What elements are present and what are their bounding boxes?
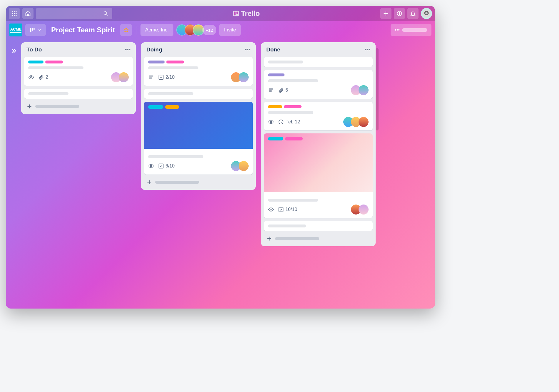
checklist-icon [278,207,284,212]
list-menu-button[interactable]: ••• [245,47,250,53]
list-title[interactable]: Done [266,46,280,53]
husky-avatar-icon [422,9,431,18]
scrollbar[interactable] [376,48,379,130]
member-avatar[interactable] [239,72,249,82]
member-avatar[interactable] [359,117,369,127]
member-avatar[interactable] [119,72,129,82]
card[interactable] [264,221,373,231]
card[interactable]: 2 [24,57,133,86]
svg-rect-7 [14,15,15,16]
label-pink[interactable] [45,61,63,63]
notifications-button[interactable] [407,8,419,19]
member-overflow[interactable]: +12 [202,25,216,35]
plus-icon [383,11,389,16]
svg-point-24 [270,121,272,123]
description-icon [268,87,274,93]
board-menu-button[interactable]: ••• [391,24,431,36]
member-list[interactable]: +12 [176,24,216,36]
svg-point-9 [104,11,107,14]
add-card-placeholder [275,237,319,240]
svg-rect-13 [236,12,238,14]
label-cyan[interactable] [28,61,43,63]
label-purple[interactable] [268,73,284,76]
card[interactable]: 2/10 [144,57,253,86]
svg-rect-6 [12,15,13,16]
label-pink[interactable] [284,105,302,108]
svg-rect-12 [234,12,236,16]
label-pink[interactable] [285,137,303,140]
eye-icon [28,74,34,80]
invite-label: Invite [224,27,236,33]
ellipsis-icon: ••• [395,27,400,33]
board-view-switcher[interactable] [25,24,46,36]
member-avatar[interactable] [359,85,369,95]
svg-rect-21 [159,75,163,80]
card-cover [144,102,253,149]
expand-sidebar-button[interactable] [10,48,17,54]
label-yellow[interactable] [268,105,282,108]
divider [136,26,136,34]
card-with-cover[interactable]: 6/10 [144,102,253,175]
card[interactable]: 6 [264,70,373,99]
label-pink[interactable] [166,61,184,63]
card[interactable] [24,89,133,99]
svg-rect-19 [34,28,34,30]
info-button[interactable] [394,8,405,19]
star-button[interactable] [120,24,132,36]
eye-icon [148,163,154,169]
add-card-button[interactable] [264,234,373,243]
checklist-icon [158,163,164,169]
top-bar: Trello [6,6,435,21]
card-title-placeholder [268,199,318,202]
card[interactable] [264,57,373,67]
card[interactable] [144,89,253,99]
add-card-button[interactable] [144,177,253,187]
member-avatar[interactable] [359,205,369,215]
list-menu-button[interactable]: ••• [125,47,130,53]
card-labels [28,61,129,63]
search-input[interactable] [36,8,112,19]
eye-icon [268,119,274,125]
workspace-name: Acme, Inc. [145,27,169,33]
list-menu-button[interactable]: ••• [365,47,370,53]
workspace-logo-text: ACME [10,27,21,32]
board-title[interactable]: Project Team Spirit [49,26,117,34]
invite-button[interactable]: Invite [219,24,241,36]
board-content: To Do ••• [6,39,435,309]
label-yellow[interactable] [165,105,179,109]
description-icon [148,74,154,80]
svg-point-20 [31,77,32,78]
list-title[interactable]: To Do [26,46,42,53]
list-title[interactable]: Doing [146,46,162,53]
card-title-placeholder [268,111,313,114]
create-button[interactable] [380,8,391,19]
card-title-placeholder [28,66,83,69]
user-avatar[interactable] [421,8,432,19]
plus-icon [266,236,272,242]
add-card-button[interactable] [24,102,133,111]
home-button[interactable] [22,8,34,19]
trello-icon [233,10,239,17]
label-cyan[interactable] [148,105,163,109]
member-avatar[interactable] [239,161,249,171]
sidebar-collapsed [6,39,21,309]
card-members [231,72,249,82]
card[interactable]: Feb 12 [264,102,373,130]
card-title-placeholder [268,79,318,82]
brand-logo: Trello [115,9,378,18]
card-members [111,72,129,82]
ellipsis-icon: ••• [245,47,250,53]
label-purple[interactable] [148,61,165,63]
plus-icon [26,103,32,109]
board-lists-area[interactable]: To Do ••• [21,39,435,309]
card-with-cover[interactable]: 10/10 [264,133,373,218]
label-cyan[interactable] [268,137,283,140]
workspace-logo[interactable]: ACME [9,24,22,36]
svg-rect-4 [14,13,15,14]
svg-rect-1 [14,11,15,12]
workspace-button[interactable]: Acme, Inc. [140,24,173,36]
bell-icon [410,11,416,16]
paperclip-icon [278,87,284,93]
apps-button[interactable] [9,8,20,19]
card-title-placeholder [268,225,306,227]
